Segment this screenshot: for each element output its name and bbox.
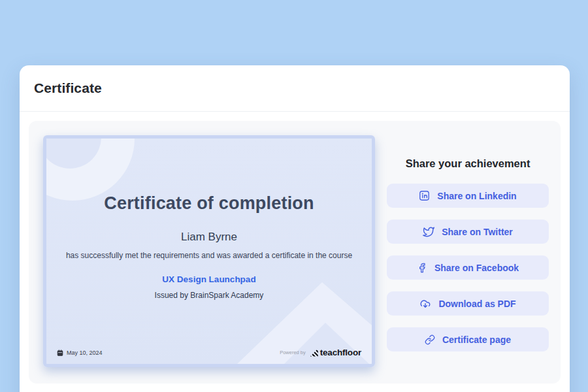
certificate-course-name: UX Design Launchpad: [162, 274, 255, 284]
modal-header: Certificate: [20, 65, 570, 112]
download-as-pdf-label: Download as PDF: [438, 299, 515, 309]
twitter-icon: [423, 226, 434, 238]
teachfloor-logo-icon: [310, 349, 318, 357]
certificate-heading: Certificate of completion: [104, 193, 314, 214]
cloud-download-icon: [419, 298, 431, 310]
page-title: Certificate: [34, 80, 102, 96]
share-on-linkedin-button[interactable]: Share on Linkedin: [387, 184, 549, 208]
download-as-pdf-button[interactable]: Download as PDF: [387, 291, 549, 316]
facebook-icon: [417, 263, 427, 273]
certificate-content: Certificate of completion Liam Byrne has…: [46, 139, 372, 364]
powered-by-label: Powered by: [280, 350, 306, 355]
certificate-page-label: Certificate page: [442, 335, 511, 345]
teachfloor-logo-text: teachfloor: [320, 348, 361, 357]
share-on-facebook-button[interactable]: Share on Facebook: [387, 255, 549, 280]
certificate-recipient-name: Liam Byrne: [181, 231, 237, 244]
share-on-twitter-button[interactable]: Share on Twitter: [387, 220, 549, 244]
certificate-modal: Certificate Certificate of completion Li…: [20, 65, 570, 392]
share-on-twitter-label: Share on Twitter: [442, 227, 513, 237]
certificate-date: May 10, 2024: [57, 350, 103, 356]
share-on-facebook-label: Share on Facebook: [434, 263, 519, 273]
link-icon: [425, 335, 435, 345]
modal-body: Certificate of completion Liam Byrne has…: [20, 112, 570, 392]
calendar-icon: [57, 350, 63, 356]
share-title: Share your achievement: [387, 157, 549, 170]
share-button-list: Share on Linkedin Share on Twitter Share…: [387, 184, 549, 351]
certificate-page-button[interactable]: Certificate page: [387, 327, 549, 351]
teachfloor-logo: teachfloor: [310, 348, 361, 357]
certificate-issuer: Issued by BrainSpark Academy: [155, 291, 264, 300]
certificate-footer: May 10, 2024 Powered by teachfloor: [57, 348, 361, 357]
share-column: Share your achievement Share on Linkedin: [387, 135, 549, 351]
certificate-date-label: May 10, 2024: [67, 350, 103, 356]
certificate-description: has successfully met the requirements an…: [61, 250, 357, 261]
powered-by: Powered by teachfloor: [280, 348, 361, 357]
content-panel: Certificate of completion Liam Byrne has…: [29, 121, 561, 384]
linkedin-icon: [419, 190, 430, 201]
share-on-linkedin-label: Share on Linkedin: [437, 191, 516, 201]
certificate-preview: Certificate of completion Liam Byrne has…: [43, 135, 375, 367]
